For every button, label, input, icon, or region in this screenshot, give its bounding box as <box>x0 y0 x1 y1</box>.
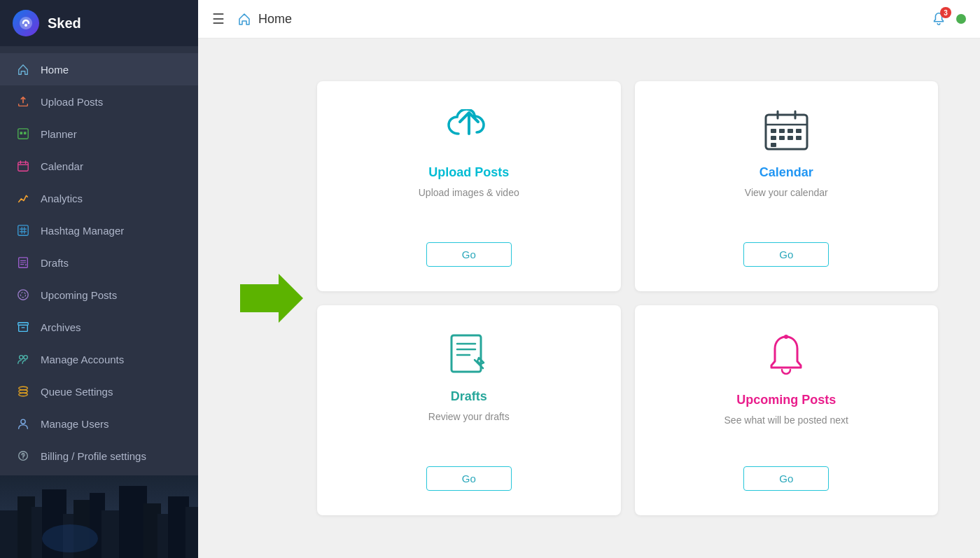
manage-accounts-icon <box>15 351 31 367</box>
card-desc-upload-posts: Upload images & video <box>419 186 519 200</box>
svg-point-0 <box>24 24 27 27</box>
svg-rect-3 <box>24 132 27 134</box>
sidebar-item-archives[interactable]: Archives <box>0 311 198 343</box>
card-btn-drafts[interactable]: Go <box>426 466 512 491</box>
sidebar-item-analytics[interactable]: Analytics <box>0 182 198 214</box>
sidebar-label-manage-accounts: Manage Accounts <box>41 354 124 365</box>
svg-rect-46 <box>451 335 481 372</box>
svg-rect-42 <box>779 136 785 140</box>
card-btn-calendar[interactable]: Go <box>743 242 829 267</box>
sidebar-label-analytics: Analytics <box>41 193 83 204</box>
card-calendar: Calendar View your calendar Go <box>635 81 939 291</box>
sidebar-item-manage-accounts[interactable]: Manage Accounts <box>0 343 198 375</box>
svg-rect-40 <box>796 129 802 133</box>
svg-rect-5 <box>18 225 28 235</box>
sidebar-label-upload-posts: Upload Posts <box>41 96 103 108</box>
sidebar-label-drafts: Drafts <box>41 257 69 269</box>
sidebar-label-billing: Billing / Profile settings <box>41 450 146 462</box>
sidebar-label-calendar: Calendar <box>41 160 83 172</box>
upcoming-icon <box>15 287 31 302</box>
calendar-card-icon <box>764 109 809 151</box>
feature-cards: Upload Posts Upload images & video Go <box>317 81 938 515</box>
svg-point-8 <box>20 292 25 297</box>
bell-card-icon <box>765 333 807 379</box>
notification-bell[interactable]: 3 <box>931 11 946 27</box>
drafts-card-icon <box>448 333 490 375</box>
svg-point-12 <box>24 356 27 359</box>
drafts-icon <box>15 255 31 270</box>
sidebar-item-upload-posts[interactable]: Upload Posts <box>0 85 198 118</box>
svg-rect-44 <box>796 136 802 140</box>
svg-rect-10 <box>19 325 28 331</box>
hashtag-icon <box>15 223 31 238</box>
queue-icon <box>15 384 31 399</box>
archives-icon <box>15 319 31 335</box>
svg-rect-29 <box>119 486 147 558</box>
page-title: Home <box>258 12 292 27</box>
menu-toggle-button[interactable]: ☰ <box>212 11 225 27</box>
planner-icon <box>15 126 31 141</box>
sidebar-label-upcoming-posts: Upcoming Posts <box>41 289 117 301</box>
calendar-icon <box>15 158 31 174</box>
sidebar-item-calendar[interactable]: Calendar <box>0 150 198 182</box>
svg-rect-4 <box>18 162 28 172</box>
arrow-indicator <box>240 274 303 323</box>
svg-marker-35 <box>240 274 303 323</box>
svg-point-7 <box>18 290 28 300</box>
svg-rect-2 <box>20 132 23 134</box>
card-desc-drafts: Review your drafts <box>428 410 510 424</box>
card-title-upcoming-posts: Upcoming Posts <box>736 393 836 407</box>
sidebar-label-planner: Planner <box>41 128 77 140</box>
sidebar-label-archives: Archives <box>41 321 81 333</box>
card-desc-upcoming-posts: See what will be posted next <box>724 413 848 428</box>
card-title-drafts: Drafts <box>451 389 487 404</box>
sidebar-nav: Home Upload Posts Planner <box>0 46 198 475</box>
topbar: ☰ Home 3 <box>198 0 980 39</box>
svg-point-13 <box>19 386 28 390</box>
svg-rect-1 <box>18 129 28 139</box>
sidebar-bottom-image <box>0 475 198 558</box>
sidebar-label-queue-settings: Queue Settings <box>41 386 113 398</box>
card-upload-posts: Upload Posts Upload images & video Go <box>317 81 621 291</box>
svg-point-16 <box>21 419 25 424</box>
topbar-actions: 3 <box>931 11 966 27</box>
svg-point-47 <box>784 335 788 339</box>
card-title-upload-posts: Upload Posts <box>428 165 509 180</box>
svg-rect-33 <box>186 507 198 558</box>
svg-point-14 <box>19 390 28 393</box>
sidebar-item-planner[interactable]: Planner <box>0 118 198 150</box>
home-icon <box>15 62 31 77</box>
sidebar-item-drafts[interactable]: Drafts <box>0 246 198 279</box>
svg-rect-39 <box>788 129 793 133</box>
app-logo <box>13 10 39 36</box>
home-content: Upload Posts Upload images & video Go <box>198 39 980 558</box>
card-drafts: Drafts Review your drafts Go <box>317 305 621 515</box>
sidebar-label-home: Home <box>41 64 69 76</box>
svg-rect-41 <box>771 136 776 140</box>
card-btn-upload-posts[interactable]: Go <box>426 242 512 267</box>
card-upcoming-posts: Upcoming Posts See what will be posted n… <box>635 305 939 515</box>
svg-point-11 <box>20 356 23 359</box>
analytics-icon <box>15 190 31 206</box>
upload-cloud-icon <box>444 109 493 151</box>
sidebar-item-hashtag-manager[interactable]: Hashtag Manager <box>0 214 198 246</box>
svg-point-15 <box>19 393 28 396</box>
card-desc-calendar: View your calendar <box>745 186 828 200</box>
sidebar-item-manage-users[interactable]: Manage Users <box>0 407 198 440</box>
card-title-calendar: Calendar <box>760 165 813 180</box>
sidebar-item-home[interactable]: Home <box>0 53 198 85</box>
main-content: ☰ Home 3 <box>198 0 980 558</box>
sidebar-label-manage-users: Manage Users <box>41 418 109 430</box>
card-btn-upcoming-posts[interactable]: Go <box>743 466 829 491</box>
svg-rect-43 <box>788 136 793 140</box>
upload-icon <box>15 94 31 109</box>
sidebar-item-upcoming-posts[interactable]: Upcoming Posts <box>0 279 198 311</box>
sidebar-item-queue-settings[interactable]: Queue Settings <box>0 375 198 407</box>
sidebar-item-billing[interactable]: Billing / Profile settings <box>0 440 198 472</box>
topbar-home-icon <box>237 12 251 26</box>
billing-icon <box>15 448 31 463</box>
app-name: Sked <box>48 15 81 32</box>
sidebar-label-hashtag-manager: Hashtag Manager <box>41 225 124 237</box>
svg-rect-37 <box>771 129 776 133</box>
status-indicator <box>956 14 966 24</box>
